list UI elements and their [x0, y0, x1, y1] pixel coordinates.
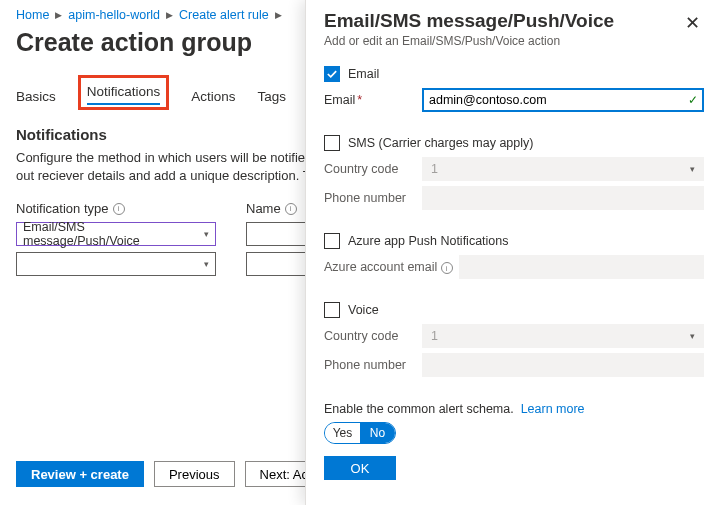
voice-phone-label: Phone number — [324, 358, 416, 372]
voice-checkbox[interactable] — [324, 302, 340, 318]
select-value: Email/SMS message/Push/Voice — [23, 220, 204, 248]
chevron-down-icon: ▾ — [690, 164, 695, 174]
info-icon[interactable]: i — [285, 203, 297, 215]
col-header-type: Notification type — [16, 201, 109, 216]
review-create-button[interactable]: Review + create — [16, 461, 144, 487]
breadcrumb-create-alert[interactable]: Create alert rule — [179, 8, 269, 22]
info-icon[interactable]: i — [441, 262, 453, 274]
push-field-label: Azure account email — [324, 260, 437, 274]
previous-button[interactable]: Previous — [154, 461, 235, 487]
toggle-yes[interactable]: Yes — [325, 423, 360, 443]
select-value: 1 — [431, 329, 438, 343]
tab-tags[interactable]: Tags — [258, 85, 287, 110]
chevron-down-icon: ▾ — [690, 331, 695, 341]
required-icon: * — [357, 93, 362, 107]
sms-check-label: SMS (Carrier charges may apply) — [348, 136, 533, 150]
tab-notifications[interactable]: Notifications — [87, 80, 161, 105]
push-check-label: Azure app Push Notifications — [348, 234, 509, 248]
schema-toggle[interactable]: Yes No — [324, 422, 396, 444]
sms-cc-label: Country code — [324, 162, 416, 176]
sms-group: SMS (Carrier charges may apply) Country … — [324, 135, 704, 215]
col-header-name: Name — [246, 201, 281, 216]
notification-type-select[interactable]: Email/SMS message/Push/Voice ▾ — [16, 222, 216, 246]
chevron-down-icon: ▾ — [204, 259, 209, 269]
tab-basics[interactable]: Basics — [16, 85, 56, 110]
select-value: 1 — [431, 162, 438, 176]
breadcrumb-resource[interactable]: apim-hello-world — [68, 8, 160, 22]
voice-group: Voice Country code 1 ▾ Phone number — [324, 302, 704, 382]
sms-phone-label: Phone number — [324, 191, 416, 205]
voice-check-label: Voice — [348, 303, 379, 317]
schema-row: Enable the common alert schema. Learn mo… — [324, 402, 704, 416]
breadcrumb-home[interactable]: Home — [16, 8, 49, 22]
checkmark-icon: ✓ — [688, 93, 698, 107]
schema-text: Enable the common alert schema. — [324, 402, 514, 416]
email-field[interactable] — [422, 88, 704, 112]
notification-type-select-empty[interactable]: ▾ — [16, 252, 216, 276]
push-checkbox[interactable] — [324, 233, 340, 249]
email-group: Email Email* ✓ — [324, 66, 704, 117]
email-check-label: Email — [348, 67, 379, 81]
sms-country-code-select[interactable]: 1 ▾ — [422, 157, 704, 181]
sms-checkbox[interactable] — [324, 135, 340, 151]
email-checkbox[interactable] — [324, 66, 340, 82]
email-field-label: Email — [324, 93, 355, 107]
tab-actions[interactable]: Actions — [191, 85, 235, 110]
side-panel: Email/SMS message/Push/Voice Add or edit… — [305, 0, 722, 505]
panel-subtitle: Add or edit an Email/SMS/Push/Voice acti… — [324, 34, 614, 48]
learn-more-link[interactable]: Learn more — [521, 402, 585, 416]
chevron-right-icon: ▶ — [275, 10, 282, 20]
toggle-no[interactable]: No — [360, 423, 395, 443]
info-icon[interactable]: i — [113, 203, 125, 215]
close-icon[interactable]: ✕ — [681, 10, 704, 36]
sms-phone-field[interactable] — [422, 186, 704, 210]
ok-button[interactable]: OK — [324, 456, 396, 480]
chevron-right-icon: ▶ — [55, 10, 62, 20]
voice-country-code-select[interactable]: 1 ▾ — [422, 324, 704, 348]
panel-title: Email/SMS message/Push/Voice — [324, 10, 614, 32]
push-group: Azure app Push Notifications Azure accou… — [324, 233, 704, 284]
voice-cc-label: Country code — [324, 329, 416, 343]
chevron-down-icon: ▾ — [204, 229, 209, 239]
tab-highlight: Notifications — [78, 75, 170, 110]
footer-buttons: Review + create Previous Next: Ac — [16, 461, 323, 487]
push-email-field[interactable] — [459, 255, 704, 279]
chevron-right-icon: ▶ — [166, 10, 173, 20]
voice-phone-field[interactable] — [422, 353, 704, 377]
